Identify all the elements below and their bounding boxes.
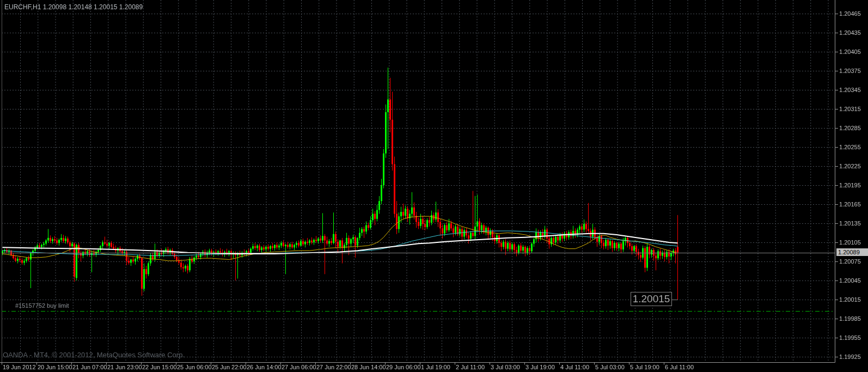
- time-axis-label: 29 Jun 06:00: [386, 364, 421, 370]
- time-axis-label: 6 Jul 11:00: [665, 364, 694, 370]
- time-axis-label: 25 Jun 22:00: [212, 364, 247, 370]
- price-axis-label: 1.20045: [839, 277, 861, 284]
- time-axis-label: 21 Jun 07:00: [72, 364, 107, 370]
- time-axis-label: 2 Jul 11:00: [456, 364, 485, 370]
- time-axis-label: 28 Jun 14:00: [351, 364, 386, 370]
- time-axis-label: 3 Jul 19:00: [525, 364, 555, 370]
- mt4-chart-window: EURCHF,H1 1.20098 1.20148 1.20015 1.2008…: [0, 0, 868, 372]
- time-axis-label: 22 Jun 15:00: [142, 364, 177, 370]
- price-axis-label: 1.19925: [839, 353, 861, 360]
- price-axis-label: 1.20135: [839, 220, 861, 227]
- time-axis-label: 21 Jun 23:00: [107, 364, 142, 370]
- price-axis-label: 1.20345: [839, 87, 861, 93]
- price-axis-label: 1.20105: [839, 239, 861, 246]
- time-axis-label: 1 Jul 19:00: [421, 364, 450, 370]
- time-axis-label: 27 Jun 06:00: [282, 364, 316, 370]
- time-axis-label: 27 Jun 22:00: [316, 364, 351, 370]
- time-axis-label: 5 Jul 19:00: [630, 364, 659, 370]
- time-axis-label: 5 Jul 03:00: [595, 364, 625, 370]
- price-axis-label: 1.20165: [839, 201, 861, 208]
- time-axis-label: 25 Jun 06:00: [177, 364, 212, 370]
- price-axis-label: 1.20225: [839, 163, 861, 169]
- time-axis-label: 4 Jul 11:00: [560, 364, 589, 370]
- price-axis-label: 1.20315: [839, 106, 861, 112]
- price-axis-label: 1.20405: [839, 48, 861, 55]
- price-axis-label: 1.20375: [839, 68, 861, 74]
- price-axis-label: 1.20285: [839, 125, 861, 131]
- chart-canvas[interactable]: [0, 0, 868, 372]
- price-axis-label: 1.19985: [839, 315, 861, 322]
- price-axis-label: 1.20015: [839, 296, 861, 303]
- time-axis-label: 19 Jun 2012: [3, 364, 36, 370]
- price-axis-label: 1.20195: [839, 182, 861, 188]
- time-axis-label: 20 Jun 15:00: [38, 364, 72, 370]
- price-axis-label: 1.20075: [839, 258, 861, 265]
- price-axis-label: 1.20255: [839, 144, 861, 150]
- price-axis-label: 1.19955: [839, 334, 861, 341]
- price-axis-label: 1.20465: [839, 10, 861, 17]
- price-axis-label: 1.20435: [839, 29, 861, 36]
- time-axis-label: 26 Jun 14:00: [247, 364, 282, 370]
- time-axis-label: 3 Jul 03:00: [491, 364, 520, 370]
